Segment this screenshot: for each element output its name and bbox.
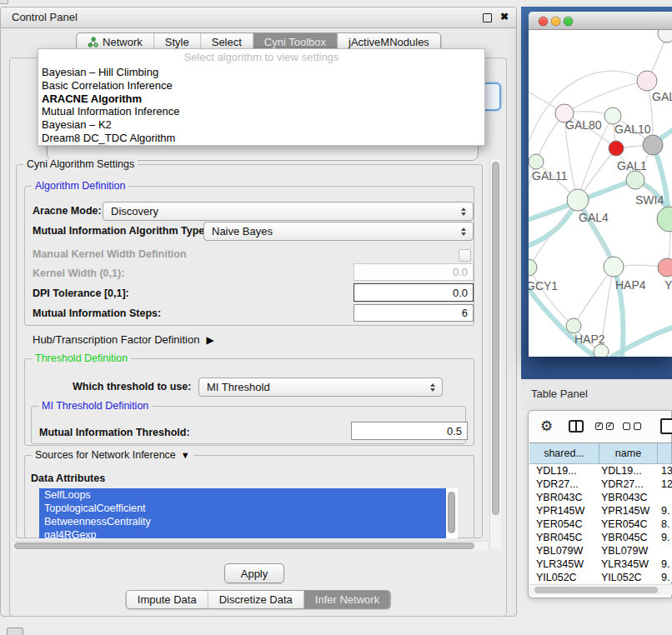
- network-node[interactable]: [594, 344, 609, 357]
- table-row[interactable]: YDR27...YDR27...12: [529, 478, 672, 491]
- network-node[interactable]: [567, 189, 589, 211]
- dpi-tolerance-input[interactable]: [354, 283, 474, 302]
- table-cell: YLR345W: [536, 558, 584, 571]
- table-cell: YPR145W: [601, 504, 649, 518]
- group-title: Threshold Definition: [32, 352, 131, 364]
- network-graph[interactable]: GALGAL80GAL10GAL1GAL11SWI4GAL4GCY1HAP4YH…: [529, 30, 672, 357]
- close-traffic-light-icon[interactable]: [539, 17, 548, 26]
- data-attribute-item[interactable]: gal4RGexp: [39, 528, 446, 538]
- scrollbar-thumb[interactable]: [534, 587, 658, 593]
- column-header[interactable]: [658, 443, 672, 463]
- table-header-row: shared...name: [529, 442, 672, 464]
- dropdown-item[interactable]: Bayesian – K2: [38, 118, 484, 132]
- network-edge[interactable]: [578, 200, 614, 267]
- network-node[interactable]: [658, 258, 672, 277]
- network-canvas[interactable]: GALGAL80GAL10GAL1GAL11SWI4GAL4GCY1HAP4YH…: [529, 30, 672, 357]
- file-icon[interactable]: [660, 418, 672, 434]
- dropdown-item[interactable]: Basic Correlation Inference: [38, 79, 484, 92]
- table-row[interactable]: YBL079WYBL079W: [529, 544, 672, 558]
- network-node[interactable]: [637, 71, 657, 91]
- network-node[interactable]: [609, 141, 624, 156]
- table-row[interactable]: YIL052CYIL052C9.: [529, 571, 672, 582]
- node-label: GAL10: [614, 122, 651, 136]
- table-horizontal-scrollbar[interactable]: [529, 584, 672, 595]
- tab-discretize-data[interactable]: Discretize Data: [208, 591, 304, 608]
- network-icon: [88, 37, 98, 48]
- network-node[interactable]: [658, 30, 672, 42]
- tab-impute-data[interactable]: Impute Data: [127, 591, 208, 608]
- data-attributes-label: Data Attributes: [31, 472, 105, 484]
- close-icon[interactable]: ✖: [500, 11, 509, 22]
- table-row[interactable]: YBR045CYBR045C9.: [529, 531, 672, 544]
- table-row[interactable]: YPR145WYPR145W9.: [529, 504, 672, 518]
- dropdown-item[interactable]: Dream8 DC_TDC Algorithm: [38, 132, 484, 145]
- which-threshold-label: Which threshold to use:: [73, 381, 191, 392]
- gear-icon[interactable]: ⚙: [540, 418, 553, 435]
- minimize-traffic-light-icon[interactable]: [551, 17, 560, 26]
- cyni-bottom-tabbar: Impute DataDiscretize DataInfer Network: [126, 590, 391, 609]
- network-node[interactable]: [657, 207, 672, 232]
- manual-kernel-checkbox[interactable]: [459, 249, 471, 262]
- list-scrollbar-thumb[interactable]: [448, 492, 455, 533]
- kernel-width-input[interactable]: [354, 263, 474, 281]
- data-attribute-item[interactable]: SelfLoops: [39, 488, 446, 502]
- aracne-mode-select[interactable]: Discovery: [103, 202, 474, 221]
- sources-toggle[interactable]: Sources for Network Inference▼: [32, 449, 193, 461]
- tab-infer-network[interactable]: Infer Network: [304, 591, 390, 608]
- deselect-all-checkbox-icon[interactable]: [634, 422, 641, 430]
- mi-threshold-input[interactable]: [351, 422, 468, 440]
- zoom-traffic-light-icon[interactable]: [564, 17, 573, 26]
- table-cell: YLR345W: [601, 558, 649, 571]
- network-edge[interactable]: [574, 267, 614, 326]
- table-row[interactable]: YDL19...YDL19...13: [529, 464, 672, 478]
- table-row[interactable]: YER054CYER054C8.: [529, 518, 672, 531]
- mi-algorithm-type-value: Naive Bayes: [212, 225, 273, 238]
- network-node[interactable]: [604, 257, 624, 277]
- select-all-checkbox-icon[interactable]: ✓: [595, 422, 603, 430]
- network-node[interactable]: [566, 318, 581, 333]
- network-node[interactable]: [529, 259, 537, 276]
- network-node[interactable]: [643, 135, 663, 155]
- mi-algorithm-type-select[interactable]: Naive Bayes: [203, 222, 474, 241]
- table-cell: YBR045C: [536, 531, 583, 544]
- algorithm-dropdown-popup: Select algorithm to view settings Bayesi…: [38, 48, 485, 146]
- control-panel-title: Control Panel: [12, 11, 78, 23]
- table-panel-header-bar: Table Panel: [521, 379, 672, 410]
- select-all-checkbox-icon[interactable]: ✓: [606, 422, 614, 430]
- network-node[interactable]: [626, 171, 644, 189]
- table-row[interactable]: YLR345WYLR345W9.: [529, 558, 672, 571]
- aracne-mode-value: Discovery: [111, 205, 158, 218]
- apply-button[interactable]: Apply: [224, 563, 284, 583]
- columns-icon[interactable]: [569, 420, 584, 432]
- data-attribute-item[interactable]: BetweennessCentrality: [39, 515, 446, 528]
- settings-horizontal-scrollbar[interactable]: [13, 541, 488, 550]
- control-panel-titlebar[interactable]: Control Panel ✖: [1, 8, 516, 28]
- dropdown-item[interactable]: Mutual Information Inference: [38, 105, 484, 118]
- column-header[interactable]: shared...: [529, 443, 599, 463]
- node-label: Y: [664, 278, 672, 292]
- column-header[interactable]: name: [599, 443, 658, 463]
- settings-vertical-scrollbar[interactable]: [489, 159, 501, 549]
- dpi-tolerance-label: DPI Tolerance [0,1]:: [33, 288, 129, 299]
- network-edge[interactable]: [564, 81, 647, 113]
- node-label: HAP2: [574, 332, 605, 346]
- scrollbar-thumb[interactable]: [492, 162, 499, 515]
- deselect-all-checkbox-icon[interactable]: [623, 422, 630, 430]
- dropdown-item[interactable]: ARACNE Algorithm: [38, 92, 484, 106]
- scrollbar-thumb[interactable]: [14, 542, 474, 549]
- table-cell: YDR27...: [536, 478, 579, 491]
- data-attribute-item[interactable]: TopologicalCoefficient: [39, 502, 446, 515]
- network-node[interactable]: [604, 108, 621, 124]
- node-label: GAL1: [617, 159, 647, 172]
- network-view-window[interactable]: GALGAL80GAL10GAL1GAL11SWI4GAL4GCY1HAP4YH…: [529, 12, 672, 357]
- data-attributes-list[interactable]: SelfLoopsTopologicalCoefficientBetweenne…: [39, 488, 458, 538]
- hub-definition-toggle[interactable]: Hub/Transcription Factor Definition▶: [33, 333, 214, 346]
- mi-steps-input[interactable]: [354, 304, 474, 322]
- dropdown-item[interactable]: Bayesian – Hill Climbing: [38, 66, 484, 79]
- float-window-icon[interactable]: [483, 13, 492, 22]
- table-row[interactable]: YBR043CYBR043C: [529, 491, 672, 504]
- network-node[interactable]: [529, 154, 544, 169]
- network-window-titlebar[interactable]: [529, 12, 672, 30]
- network-edge[interactable]: [529, 71, 647, 155]
- which-threshold-select[interactable]: MI Threshold: [198, 378, 443, 397]
